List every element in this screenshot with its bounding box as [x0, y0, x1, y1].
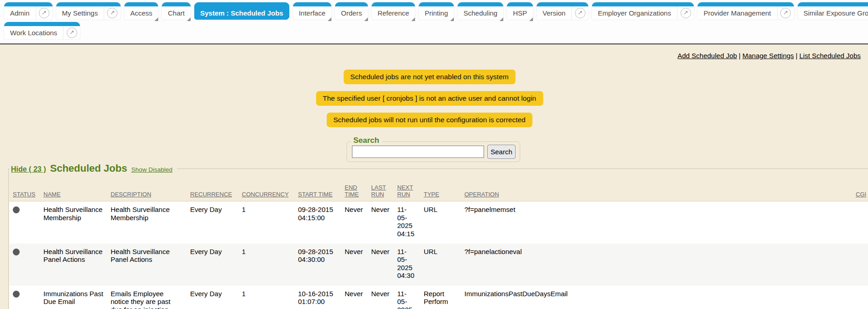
show-disabled-link[interactable]: Show Disabled	[131, 166, 172, 173]
alert-banner: Scheduled jobs are not yet enabled on th…	[343, 70, 515, 84]
cell-last-run: Never	[367, 201, 394, 244]
tab-printing[interactable]: Printing	[419, 2, 454, 20]
col-header-description[interactable]: DESCRIPTION	[107, 177, 186, 201]
cell-description: Health Surveillance Panel Actions	[107, 244, 186, 286]
cell-description: Health Surveillance Membership	[107, 201, 186, 244]
status-dot-icon	[13, 206, 20, 213]
tab-label: Work Locations	[4, 26, 63, 39]
table-header-row: STATUS NAME DESCRIPTION RECURRENCE CONCU…	[9, 177, 868, 201]
external-link-icon: ↗	[575, 8, 586, 18]
cell-last-run: Never	[367, 244, 394, 286]
status-dot-icon	[13, 291, 20, 298]
col-header-concurrency[interactable]: CONCURRENCY	[238, 177, 294, 201]
hide-count-link[interactable]: Hide ( 23 )	[11, 165, 46, 173]
tab-popout-button[interactable]: ↗	[63, 26, 80, 39]
tab-chart[interactable]: Chart	[162, 2, 191, 20]
cell-end-time: Never	[341, 201, 367, 244]
submenu-fold-icon	[411, 17, 415, 21]
tab-interface[interactable]: Interface	[293, 2, 331, 20]
external-link-icon: ↗	[67, 27, 77, 38]
cell-concurrency: 1	[238, 201, 294, 244]
cell-end-time: Never	[341, 244, 367, 286]
tab-my-settings[interactable]: My Settings ↗	[56, 2, 121, 20]
tab-work-locations[interactable]: Work Locations ↗	[4, 22, 80, 39]
cell-operation: ImmunizationsPastDueDaysEmail	[461, 286, 852, 309]
cell-last-run: Never	[367, 286, 394, 309]
tab-popout-button[interactable]: ↗	[571, 6, 588, 20]
external-link-icon: ↗	[780, 8, 791, 18]
cell-status	[9, 286, 40, 309]
alert-banner: Scheduled jobs will not run until the co…	[326, 113, 532, 127]
tab-label: My Settings	[56, 6, 104, 20]
scheduled-jobs-fieldset: Hide ( 23 ) Scheduled Jobs Show Disabled…	[8, 168, 868, 309]
tab-label: Orders	[335, 6, 368, 20]
cell-recurrence: Every Day	[186, 244, 238, 286]
tab-orders[interactable]: Orders	[335, 2, 368, 20]
col-header-next-run[interactable]: NEXT RUN	[394, 177, 420, 201]
cell-name: Immunizations Past Due Email	[40, 286, 107, 309]
cell-type: URL	[420, 201, 461, 244]
col-header-operation[interactable]: OPERATION	[461, 177, 852, 201]
table-row: Health Surveillance Panel Actions Health…	[9, 244, 868, 286]
tab-label: Admin	[4, 6, 36, 20]
tab-label: Provider Management	[698, 6, 777, 20]
cell-description: Emails Employee notice they are past due…	[107, 286, 186, 309]
list-scheduled-jobs-link[interactable]: List Scheduled Jobs	[799, 52, 861, 60]
tab-system-scheduled-jobs[interactable]: System : Scheduled Jobs	[194, 2, 289, 20]
col-header-start-time[interactable]: START TIME	[294, 177, 341, 201]
col-header-cgi[interactable]: CGI	[852, 177, 868, 201]
tab-version[interactable]: Version ↗	[537, 2, 588, 20]
cell-next-run: 11-05-2025 04:15	[394, 201, 420, 244]
tab-similar-exposure-groups[interactable]: Similar Exposure Groups (SEGs) ↗	[798, 2, 868, 20]
app-screen: Admin ↗ My Settings ↗ Access Chart Syste…	[0, 0, 868, 309]
cell-name: Health Surveillance Panel Actions	[40, 244, 107, 286]
tab-label: Access	[124, 6, 158, 20]
cell-concurrency: 1	[238, 286, 294, 309]
col-header-end-time[interactable]: END TIME	[341, 177, 367, 201]
tab-label: Version	[537, 6, 571, 20]
tab-bar: Admin ↗ My Settings ↗ Access Chart Syste…	[0, 0, 868, 43]
submenu-fold-icon	[154, 17, 158, 21]
tab-row-2: Work Locations ↗	[4, 22, 80, 39]
col-header-last-run[interactable]: LAST RUN	[367, 177, 394, 201]
tab-admin[interactable]: Admin ↗	[4, 2, 53, 20]
search-button[interactable]: Search	[487, 145, 516, 159]
tab-popout-button[interactable]: ↗	[677, 6, 694, 20]
tab-label: Printing	[419, 6, 454, 20]
submenu-fold-icon	[450, 17, 454, 21]
submenu-fold-icon	[328, 17, 331, 21]
tab-popout-button[interactable]: ↗	[36, 6, 53, 20]
cell-operation: ?f=panelactioneval	[461, 244, 852, 286]
search-input[interactable]	[352, 146, 484, 158]
link-separator: |	[794, 52, 799, 60]
cell-start-time: 10-16-2015 01:07:00	[294, 286, 341, 309]
col-header-name[interactable]: NAME	[40, 177, 107, 201]
tab-scheduling[interactable]: Scheduling	[458, 2, 503, 20]
tab-popout-button[interactable]: ↗	[777, 6, 794, 20]
tab-popout-button[interactable]: ↗	[104, 6, 121, 20]
cell-cgi	[852, 286, 868, 309]
table-row: Health Surveillance Membership Health Su…	[9, 201, 868, 244]
submenu-fold-icon	[286, 17, 289, 21]
cell-cgi	[852, 244, 868, 286]
cell-type: Report Perform	[420, 286, 461, 309]
page-action-links: Add Scheduled Job|Manage Settings|List S…	[677, 52, 861, 60]
cell-name: Health Surveillance Membership	[40, 201, 107, 244]
alert-banner: The specified user [ cronjobs ] is not a…	[316, 91, 543, 106]
tab-label: Similar Exposure Groups (SEGs)	[798, 6, 868, 20]
tab-provider-management[interactable]: Provider Management ↗	[698, 2, 794, 20]
col-header-type[interactable]: TYPE	[420, 177, 461, 201]
tab-access[interactable]: Access	[124, 2, 158, 20]
manage-settings-link[interactable]: Manage Settings	[742, 52, 794, 60]
add-scheduled-job-link[interactable]: Add Scheduled Job	[677, 52, 737, 60]
cell-cgi	[852, 201, 868, 244]
tab-reference[interactable]: Reference	[372, 2, 415, 20]
col-header-status[interactable]: STATUS	[9, 177, 40, 201]
status-dot-icon	[13, 249, 20, 255]
cell-type: URL	[420, 244, 461, 286]
col-header-recurrence[interactable]: RECURRENCE	[186, 177, 238, 201]
tab-employer-organizations[interactable]: Employer Organizations ↗	[592, 2, 694, 20]
tab-label: Interface	[293, 6, 331, 20]
section-title: Scheduled Jobs	[50, 163, 127, 174]
tab-hsp[interactable]: HSP	[507, 2, 533, 20]
